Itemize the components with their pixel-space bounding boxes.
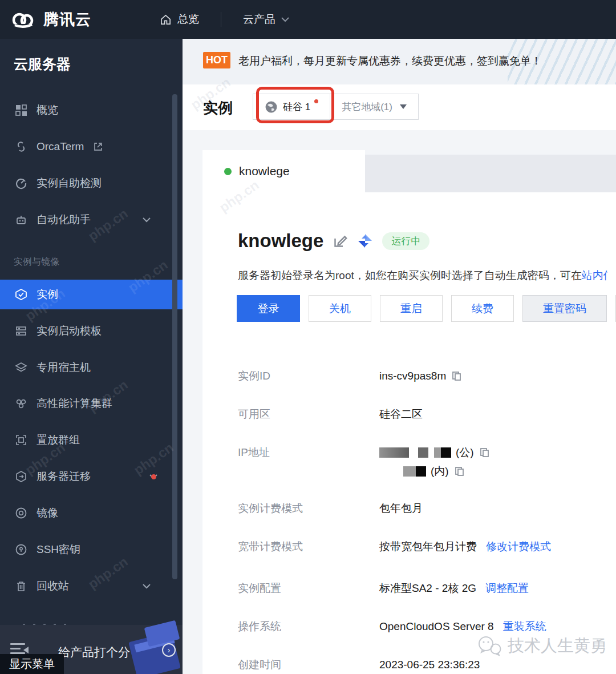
- layers-icon: [15, 361, 27, 374]
- detail-row-ip-public: IP地址 (公): [238, 445, 490, 460]
- modify-billing-link[interactable]: 修改计费模式: [486, 539, 551, 554]
- field-label: 操作系统: [238, 619, 379, 634]
- field-label: 实例计费模式: [238, 501, 379, 516]
- chevron-down-icon: [143, 584, 151, 589]
- nav-products-label: 云产品: [243, 12, 275, 27]
- page-title: 实例: [203, 98, 233, 118]
- cluster-icon: [15, 397, 27, 410]
- login-button[interactable]: 登录: [237, 295, 300, 322]
- sidebar-item-label: 置放群组: [37, 433, 80, 447]
- external-link-icon: [93, 142, 103, 152]
- detail-row-zone: 可用区 硅谷二区: [238, 407, 423, 422]
- brand-logo[interactable]: 腾讯云: [10, 9, 91, 30]
- caret-down-icon: [400, 104, 407, 109]
- sidebar-item-automation[interactable]: 自动化助手: [0, 207, 183, 232]
- detail-row-os: 操作系统 OpenCloudOS Server 8 重装系统: [238, 619, 546, 634]
- automation-icon: [15, 213, 27, 226]
- description-text: 服务器初始登录名为root，如您在购买实例时选择了自动生成密码，可在: [238, 269, 582, 281]
- sidebar-section-label: 实例与镜像: [14, 256, 59, 268]
- tab-label: knowlege: [239, 164, 290, 178]
- sidebar-item-instances[interactable]: 实例: [0, 280, 183, 309]
- redacted-ip-block: [418, 447, 428, 458]
- globe-icon: [265, 100, 278, 114]
- rate-arrow-icon[interactable]: ›: [162, 643, 176, 657]
- created-time-value: 2023-06-25 23:36:23: [379, 659, 480, 671]
- sidebar-item-label: 服务器迁移: [37, 469, 91, 484]
- instance-name: knowlege: [238, 230, 323, 252]
- restart-button[interactable]: 重启: [380, 295, 443, 322]
- spark-logo-icon: [357, 233, 373, 249]
- sidebar-item-label: OrcaTerm: [37, 140, 84, 153]
- instance-id-value: ins-cv9pas8m: [379, 370, 446, 382]
- mail-link[interactable]: 站内信: [582, 269, 607, 281]
- copy-icon[interactable]: [455, 466, 465, 477]
- notification-dot: [151, 474, 156, 479]
- home-icon: [160, 14, 172, 26]
- brand-name: 腾讯云: [43, 9, 91, 30]
- configuration-value: 标准型SA2 - 2核 2G: [379, 581, 476, 596]
- sidebar-item-orcaterm[interactable]: OrcaTerm: [0, 134, 183, 159]
- sidebar-scrollbar[interactable]: [172, 94, 177, 579]
- promo-banner[interactable]: HOT 老用户福利，每月更新专属优惠券，续费更优惠，签到赢免单！: [183, 39, 616, 84]
- region-tab-current[interactable]: 硅谷 1: [253, 94, 330, 119]
- sidebar-item-label: 自动化助手: [37, 212, 91, 227]
- field-label: 实例配置: [238, 581, 379, 596]
- field-label: 创建时间: [238, 657, 379, 672]
- reset-password-button[interactable]: 重置密码: [522, 295, 607, 322]
- sidebar-item-label: 概览: [37, 103, 58, 118]
- instance-detail-card: knowlege 运行中 服务器初始登录名为root，如您在购买实例时选择了自动…: [202, 192, 616, 674]
- shutdown-button[interactable]: 关机: [309, 295, 371, 322]
- field-label: 可用区: [238, 407, 379, 422]
- rate-product-link[interactable]: 给产品打个分: [58, 644, 130, 660]
- chevron-down-icon: [281, 17, 289, 22]
- renew-button[interactable]: 续费: [451, 295, 514, 322]
- region-notification-dot: [314, 99, 318, 103]
- instance-description: 服务器初始登录名为root，如您在购买实例时选择了自动生成密码，可在站内信: [238, 268, 607, 283]
- action-buttons: 登录 关机 重启 续费 重置密码: [237, 295, 616, 322]
- copy-icon[interactable]: [480, 447, 490, 458]
- orcaterm-icon: [15, 140, 27, 153]
- sidebar-item-overview[interactable]: 概览: [0, 98, 183, 123]
- field-label: 宽带计费模式: [238, 539, 379, 554]
- copy-icon[interactable]: [452, 371, 462, 381]
- nav-overview[interactable]: 总览: [160, 12, 199, 27]
- sidebar: 云服务器 概览 OrcaTerm: [0, 39, 183, 674]
- placement-icon: [15, 434, 27, 446]
- sidebar-item-label: 镜像: [37, 506, 58, 520]
- grid-icon: [15, 104, 27, 116]
- sidebar-item-placement-group[interactable]: 置放群组: [0, 427, 183, 453]
- instance-name-row: knowlege 运行中: [238, 230, 429, 252]
- detail-row-created-time: 创建时间 2023-06-25 23:36:23: [238, 657, 480, 672]
- sidebar-item-ssh-keys[interactable]: SSH密钥: [0, 537, 183, 562]
- sidebar-item-server-migration[interactable]: 服务器迁移: [0, 464, 183, 489]
- tab-instance[interactable]: knowlege: [202, 150, 365, 192]
- redacted-ip-block: [379, 447, 409, 458]
- trash-icon: [15, 580, 27, 592]
- edit-icon[interactable]: [333, 233, 348, 249]
- zone-value: 硅谷二区: [379, 407, 423, 422]
- sidebar-item-label: 高性能计算集群: [37, 396, 112, 411]
- redacted-ip-block: [403, 466, 426, 477]
- sidebar-item-dedicated-host[interactable]: 专用宿主机: [0, 355, 183, 380]
- sidebar-item-launch-template[interactable]: 实例启动模板: [0, 318, 183, 344]
- hot-badge: HOT: [203, 52, 230, 68]
- tencent-cloud-console: 腾讯云 总览 云产品 云服务器: [0, 0, 616, 674]
- region-tab-other[interactable]: 其它地域(1): [330, 94, 418, 119]
- sidebar-title: 云服务器: [14, 55, 71, 74]
- promo-text: 老用户福利，每月更新专属优惠券，续费更优惠，签到赢免单！: [238, 54, 542, 68]
- sidebar-item-recycle-bin[interactable]: 回收站: [0, 574, 183, 599]
- sidebar-item-hpc-cluster[interactable]: 高性能计算集群: [0, 391, 183, 416]
- sidebar-item-self-check[interactable]: 实例自助检测: [0, 171, 183, 196]
- sidebar-item-label: 实例: [37, 287, 58, 302]
- adjust-config-link[interactable]: 调整配置: [485, 581, 529, 596]
- detail-row-ip-private: (内): [403, 464, 465, 479]
- sidebar-item-images[interactable]: 镜像: [0, 501, 183, 526]
- nav-products[interactable]: 云产品: [243, 12, 289, 27]
- redacted-ip-block: [434, 447, 451, 458]
- sidebar-item-label: 回收站: [37, 579, 69, 594]
- sidebar-item-label: SSH密钥: [37, 542, 80, 557]
- instance-cube-icon: [15, 288, 27, 301]
- running-status-dot: [224, 168, 232, 175]
- detail-row-configuration: 实例配置 标准型SA2 - 2核 2G 调整配置: [238, 581, 529, 596]
- reinstall-os-link[interactable]: 重装系统: [503, 619, 546, 634]
